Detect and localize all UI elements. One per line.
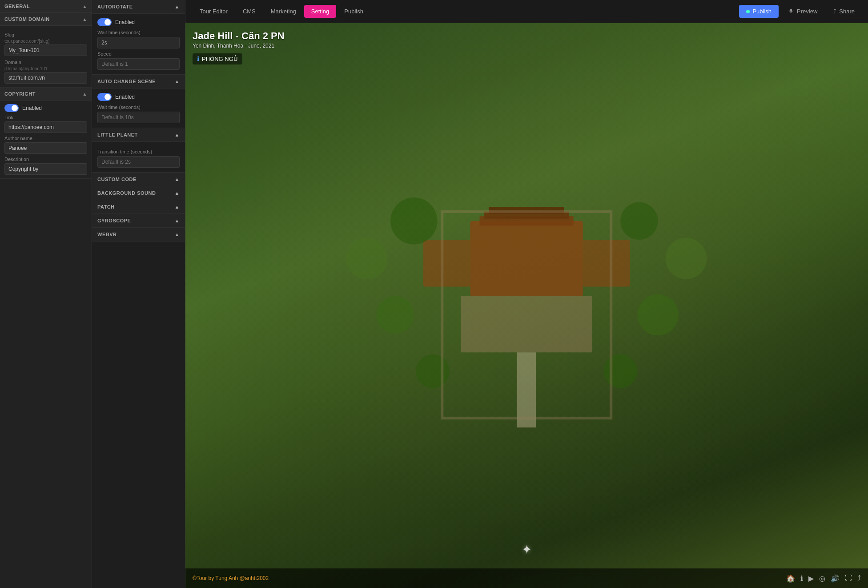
patch-header[interactable]: PATCH ▲ bbox=[92, 200, 185, 214]
gyroscope-label: GYROSCOPE bbox=[97, 218, 131, 223]
webvr-header[interactable]: WEBVR ▲ bbox=[92, 228, 185, 242]
publish-dot-icon bbox=[746, 10, 750, 13]
patch-label: PATCH bbox=[97, 204, 115, 209]
tour-badge: ℹ PHÒNG NGỦ bbox=[193, 53, 242, 64]
info-bottom-icon[interactable]: ℹ bbox=[800, 574, 803, 583]
middle-panel: AUTOROTATE ▲ Enabled Wait time (seconds)… bbox=[92, 0, 185, 588]
tour-info: Jade Hill - Căn 2 PN Yen Dinh, Thanh Hoa… bbox=[193, 30, 285, 64]
panoee-star-icon: ✦ bbox=[522, 542, 532, 557]
auto-change-scene-enabled-label: Enabled bbox=[115, 94, 135, 100]
play-icon[interactable]: ▶ bbox=[808, 574, 814, 583]
webvr-label: WEBVR bbox=[97, 232, 117, 237]
fullscreen-icon[interactable]: ⛶ bbox=[845, 574, 852, 582]
little-planet-label: LITTLE PLANET bbox=[97, 132, 138, 137]
custom-code-header[interactable]: CUSTOM CODE ▲ bbox=[92, 173, 185, 186]
speed-input[interactable] bbox=[97, 58, 180, 70]
autorotate-enabled-toggle[interactable] bbox=[97, 18, 112, 26]
tab-marketing[interactable]: Marketing bbox=[264, 5, 303, 18]
autorotate-header[interactable]: AUTOROTATE ▲ bbox=[92, 0, 185, 14]
link-label: Link bbox=[4, 115, 87, 120]
tour-subtitle: Yen Dinh, Thanh Hoa - June, 2021 bbox=[193, 43, 285, 49]
slug-label: Slug bbox=[4, 32, 87, 37]
patch-chevron-icon: ▲ bbox=[175, 204, 180, 209]
copyright-label: COPYRIGHT bbox=[4, 91, 36, 97]
top-nav: Tour Editor CMS Marketing Setting Publis… bbox=[185, 0, 868, 23]
background-sound-header[interactable]: BACKGROUND SOUND ▲ bbox=[92, 186, 185, 200]
little-planet-chevron-icon: ▲ bbox=[175, 132, 180, 137]
svg-point-10 bbox=[377, 296, 414, 334]
background-sound-chevron-icon: ▲ bbox=[175, 190, 180, 196]
nav-actions: Publish 👁 Preview ⤴ Share bbox=[739, 5, 861, 18]
nav-tabs: Tour Editor CMS Marketing Setting Publis… bbox=[193, 5, 370, 18]
general-label: GENERAL bbox=[4, 4, 30, 9]
autorotate-content: Enabled Wait time (seconds) Speed bbox=[92, 14, 185, 75]
svg-rect-7 bbox=[517, 353, 536, 428]
auto-change-scene-enabled-toggle[interactable] bbox=[97, 93, 112, 101]
temple-overlay bbox=[185, 23, 868, 588]
general-section-header[interactable]: GENERAL ▲ bbox=[0, 0, 92, 13]
tab-cms[interactable]: CMS bbox=[236, 5, 263, 18]
svg-point-11 bbox=[638, 294, 679, 336]
preview-icon: 👁 bbox=[788, 8, 794, 15]
author-name-input[interactable] bbox=[4, 142, 87, 154]
tab-tour-editor[interactable]: Tour Editor bbox=[193, 5, 235, 18]
svg-point-9 bbox=[621, 202, 658, 240]
copyright-enabled-row: Enabled bbox=[4, 104, 87, 112]
share-button[interactable]: ⤴ Share bbox=[827, 5, 861, 18]
tour-badge-label: PHÒNG NGỦ bbox=[202, 56, 238, 62]
preview-label: Preview bbox=[797, 8, 817, 15]
share-icon: ⤴ bbox=[833, 8, 836, 15]
copyright-enabled-toggle[interactable] bbox=[4, 104, 19, 112]
custom-domain-header[interactable]: CUSTOM DOMAIN ▲ bbox=[0, 13, 92, 26]
bottom-bar: ©Tour by Tung Anh @anhtt2002 🏠 ℹ ▶ ◎ 🔊 ⛶… bbox=[185, 568, 868, 588]
domain-input[interactable] bbox=[4, 72, 87, 84]
svg-point-15 bbox=[666, 238, 707, 279]
home-icon[interactable]: 🏠 bbox=[786, 574, 795, 583]
left-panel: GENERAL ▲ CUSTOM DOMAIN ▲ Slug tour.pano… bbox=[0, 0, 92, 588]
speed-label: Speed bbox=[97, 51, 180, 56]
sound-icon[interactable]: 🔊 bbox=[831, 574, 840, 583]
little-planet-header[interactable]: LITTLE PLANET ▲ bbox=[92, 128, 185, 142]
webvr-chevron-icon: ▲ bbox=[175, 232, 180, 237]
auto-change-wait-label: Wait time (seconds) bbox=[97, 105, 180, 110]
copyright-info: ©Tour by Tung Anh @anhtt2002 bbox=[193, 575, 269, 581]
preview-button[interactable]: 👁 Preview bbox=[782, 5, 824, 18]
author-link[interactable]: Tung Anh @anhtt2002 bbox=[215, 575, 269, 581]
copyright-content: Enabled Link Author name Description bbox=[0, 101, 92, 179]
general-chevron-icon: ▲ bbox=[83, 4, 87, 9]
wait-time-input[interactable] bbox=[97, 37, 180, 48]
copyright-section-header[interactable]: COPYRIGHT ▲ bbox=[0, 88, 92, 101]
auto-change-scene-chevron-icon: ▲ bbox=[175, 79, 180, 84]
background-sound-label: BACKGROUND SOUND bbox=[97, 190, 156, 196]
description-input[interactable] bbox=[4, 163, 87, 175]
wait-time-label: Wait time (seconds) bbox=[97, 30, 180, 35]
description-label: Description bbox=[4, 157, 87, 162]
transition-time-label: Transition time (seconds) bbox=[97, 149, 180, 154]
publish-button[interactable]: Publish bbox=[739, 5, 779, 18]
gyroscope-header[interactable]: GYROSCOPE ▲ bbox=[92, 214, 185, 228]
temple-svg bbox=[339, 122, 714, 489]
auto-change-scene-header[interactable]: AUTO CHANGE SCENE ▲ bbox=[92, 75, 185, 89]
share-bottom-icon[interactable]: ⤴ bbox=[857, 574, 861, 582]
domain-note: [Domain]/my-tour-101 bbox=[4, 66, 87, 71]
autorotate-enabled-label: Enabled bbox=[115, 19, 135, 25]
slug-input[interactable] bbox=[4, 44, 87, 56]
share-label: Share bbox=[839, 8, 855, 15]
svg-rect-0 bbox=[470, 221, 583, 296]
gyroscope-chevron-icon: ▲ bbox=[175, 218, 180, 223]
vr-icon[interactable]: ◎ bbox=[819, 574, 825, 583]
link-input[interactable] bbox=[4, 121, 87, 133]
auto-change-scene-enabled-row: Enabled bbox=[97, 93, 180, 101]
tour-view: Jade Hill - Căn 2 PN Yen Dinh, Thanh Hoa… bbox=[185, 23, 868, 588]
transition-time-input[interactable] bbox=[97, 156, 180, 168]
tab-publish[interactable]: Publish bbox=[337, 5, 370, 18]
auto-change-wait-input[interactable] bbox=[97, 112, 180, 123]
main-content: Tour Editor CMS Marketing Setting Publis… bbox=[185, 0, 868, 588]
svg-point-13 bbox=[604, 354, 638, 388]
tour-background: Jade Hill - Căn 2 PN Yen Dinh, Thanh Hoa… bbox=[185, 23, 868, 588]
svg-rect-4 bbox=[461, 296, 592, 353]
svg-rect-6 bbox=[583, 240, 630, 287]
tab-setting[interactable]: Setting bbox=[304, 5, 336, 18]
svg-point-14 bbox=[346, 238, 388, 279]
autorotate-label: AUTOROTATE bbox=[97, 4, 133, 9]
